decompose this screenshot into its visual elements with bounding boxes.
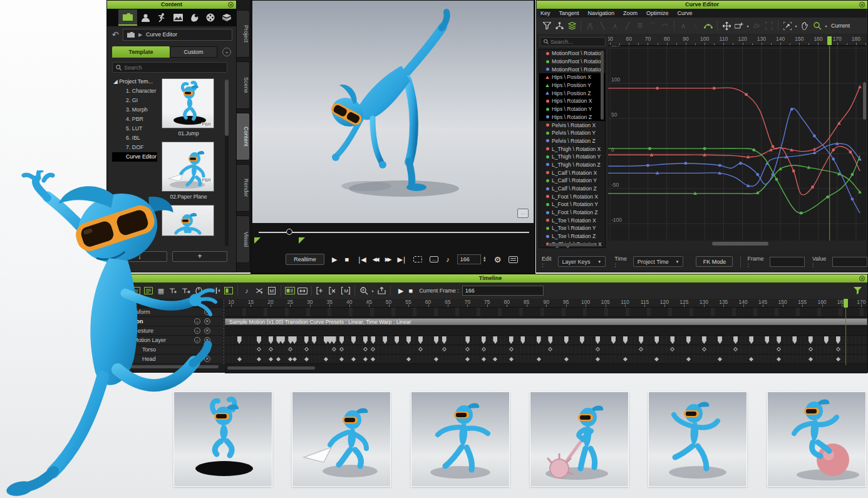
cycle-icon[interactable] bbox=[702, 20, 715, 31]
side-tab-scene[interactable]: Scene bbox=[237, 61, 250, 109]
keyframe-diamond[interactable] bbox=[257, 357, 261, 361]
keyframe-diamond[interactable] bbox=[836, 347, 840, 351]
curve-list-item[interactable]: Hips \ Rotation X bbox=[539, 97, 605, 105]
keyframe-diamond[interactable] bbox=[304, 357, 308, 361]
zoom-tool-icon[interactable] bbox=[811, 20, 824, 31]
tree-item-5-lut[interactable]: 5. LUT bbox=[112, 124, 157, 133]
curve-list-item[interactable]: Hips \ Rotation Y bbox=[539, 105, 605, 113]
curve-list-item[interactable]: MotionRoot \ Rotation X bbox=[539, 49, 605, 58]
keyframe-diamond[interactable] bbox=[465, 357, 470, 361]
curve-list-item[interactable]: MotionRoot \ Rotation Y bbox=[539, 58, 605, 66]
keyframe-diamond[interactable] bbox=[509, 347, 514, 351]
keyframe-diamond[interactable] bbox=[670, 347, 674, 351]
add-key-dropdown-icon[interactable]: ▾ bbox=[745, 20, 750, 31]
keyframe-pin[interactable] bbox=[257, 336, 261, 344]
audio-track-icon[interactable]: ♪ bbox=[240, 285, 253, 296]
delete-frame-icon[interactable] bbox=[327, 285, 339, 296]
keyframe-diamond[interactable] bbox=[564, 357, 569, 361]
gallery-thumb-dance[interactable] bbox=[648, 392, 747, 487]
track-row-head[interactable] bbox=[225, 355, 867, 364]
keyframe-diamond[interactable] bbox=[465, 347, 470, 351]
keyframe-pin[interactable] bbox=[548, 336, 552, 344]
loop-icon[interactable] bbox=[413, 256, 422, 262]
keyframe-pin[interactable] bbox=[281, 336, 285, 344]
keyframe-pin[interactable] bbox=[670, 336, 674, 344]
keyframe-pin[interactable] bbox=[363, 336, 368, 344]
keyframe-diamond[interactable] bbox=[371, 357, 375, 361]
curve-list-item[interactable]: Hips \ Rotation Z bbox=[539, 113, 605, 122]
timeline-track-area[interactable]: 1015202530354045505560657075808590951001… bbox=[225, 299, 867, 373]
tree-root[interactable]: ◢ Project Tem... bbox=[112, 77, 157, 86]
keyframe-pin[interactable] bbox=[269, 336, 273, 344]
keyframe-pin[interactable] bbox=[304, 336, 309, 344]
track-row-torso[interactable] bbox=[225, 345, 867, 355]
zoom-tool-dropdown-icon[interactable]: ▾ bbox=[824, 20, 829, 31]
side-tab-visual[interactable]: Visual bbox=[237, 215, 250, 263]
time-dropdown[interactable]: Project Time ▼ bbox=[633, 256, 684, 267]
zoom-region-icon[interactable] bbox=[781, 20, 793, 31]
content-search-input[interactable] bbox=[124, 65, 224, 71]
timeline-play-button[interactable]: ▶ bbox=[398, 287, 403, 295]
keyframe-diamond[interactable] bbox=[749, 357, 753, 361]
breadcrumb[interactable]: ▶ Curve Editor bbox=[123, 29, 232, 41]
export-icon[interactable] bbox=[375, 285, 388, 296]
tangent-ease-in-icon[interactable]: ◠ bbox=[659, 20, 671, 31]
animation-tab[interactable] bbox=[153, 9, 170, 26]
keyframe-diamond[interactable] bbox=[363, 347, 368, 351]
keyframe-pin[interactable] bbox=[292, 336, 297, 344]
track-row-gesture[interactable] bbox=[225, 326, 867, 336]
keyframe-pin[interactable] bbox=[339, 336, 344, 344]
frame-input[interactable] bbox=[457, 254, 481, 264]
scene-tab[interactable] bbox=[170, 9, 186, 26]
keyframe-diamond[interactable] bbox=[809, 357, 813, 361]
keyframe-pin[interactable] bbox=[465, 336, 470, 344]
tree-item-curve-editor[interactable]: Curve Editor bbox=[112, 152, 157, 162]
keyframe-pin[interactable] bbox=[395, 336, 399, 344]
audio-icon[interactable]: ♪ bbox=[446, 256, 450, 263]
thumbnail-scrollbar[interactable] bbox=[225, 80, 229, 246]
tangent-linear-icon[interactable]: ╱ bbox=[621, 20, 634, 31]
keyframe-pin[interactable] bbox=[442, 336, 447, 344]
curve-editor-close-icon[interactable]: × bbox=[859, 2, 865, 8]
keyframe-diamond[interactable] bbox=[434, 357, 438, 361]
marker-icon[interactable]: M bbox=[339, 285, 352, 296]
mixer-icon[interactable]: M bbox=[266, 285, 278, 296]
keyframe-pin[interactable] bbox=[324, 336, 328, 344]
realtime-button[interactable]: Realtime bbox=[286, 254, 324, 265]
keyframe-diamond[interactable] bbox=[304, 347, 308, 351]
curve-list-item[interactable]: L_Thigh \ Rotation Y bbox=[539, 153, 605, 161]
timeline-zoom-icon[interactable] bbox=[358, 285, 370, 296]
curve-graph-ruler[interactable]: 5060708090100110120130140150160170180 bbox=[608, 36, 866, 46]
filter-icon[interactable] bbox=[540, 20, 553, 31]
tangent-ease-out-icon[interactable]: ⌒ bbox=[646, 20, 659, 31]
curve-list-item[interactable]: MotionRoot \ Rotation Z bbox=[539, 65, 605, 73]
keyframe-diamond[interactable] bbox=[777, 347, 781, 351]
fit-view-icon[interactable] bbox=[763, 20, 775, 31]
menu-zoom[interactable]: Zoom bbox=[623, 10, 638, 16]
tree-item-2-gi[interactable]: 2. GI bbox=[112, 96, 157, 105]
add-key-icon[interactable] bbox=[733, 20, 745, 31]
keyframe-diamond[interactable] bbox=[482, 347, 486, 351]
keyframe-diamond[interactable] bbox=[406, 357, 411, 361]
keyframe-pin[interactable] bbox=[777, 336, 781, 344]
frame-spinner[interactable]: ▲▼ bbox=[483, 256, 487, 262]
timeline-filter-icon[interactable] bbox=[851, 285, 864, 296]
curve-search-input[interactable] bbox=[550, 39, 602, 45]
first-frame-button[interactable]: ❘◀ bbox=[356, 256, 365, 264]
tangent-in-icon[interactable]: ╲ bbox=[596, 20, 609, 31]
tab-template[interactable]: Template bbox=[112, 46, 170, 58]
graph-vscrollbar[interactable] bbox=[863, 82, 866, 120]
keyframe-diamond[interactable] bbox=[733, 347, 738, 351]
keyframe-diamond[interactable] bbox=[331, 347, 336, 351]
tree-item-1-character[interactable]: 1. Character bbox=[112, 86, 157, 96]
side-tab-render[interactable]: Render bbox=[237, 164, 250, 212]
curve-list-item[interactable]: Hips \ Position Z bbox=[539, 89, 605, 97]
tangent-break-icon[interactable]: ⋏ bbox=[609, 20, 621, 31]
keyframe-pin[interactable] bbox=[537, 336, 541, 344]
curve-list-item[interactable]: Pelvis \ Rotation Z bbox=[539, 137, 605, 145]
keyframe-diamond[interactable] bbox=[718, 357, 722, 361]
curve-list-scrollbar[interactable] bbox=[601, 51, 604, 120]
keyframe-pin[interactable] bbox=[654, 336, 659, 344]
keyframe-pin[interactable] bbox=[702, 336, 706, 344]
keyframe-diamond[interactable] bbox=[418, 347, 423, 351]
